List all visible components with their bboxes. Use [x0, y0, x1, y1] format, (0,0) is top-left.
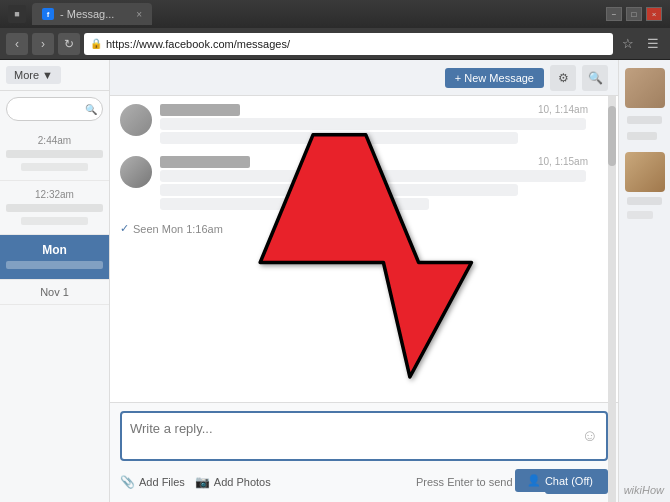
message-wrapper-1: 10, 1:14am	[120, 104, 608, 146]
close-button[interactable]: ×	[646, 7, 662, 21]
messages-main: + New Message ⚙ 🔍	[110, 60, 618, 502]
messages-topbar: + New Message ⚙ 🔍	[110, 60, 618, 96]
navigation-bar: ‹ › ↻ 🔒 https://www.facebook.com/message…	[0, 28, 670, 60]
lock-icon: 🔒	[90, 38, 102, 49]
conversation-list: 2:44am 12:32am Mon Nov 1	[0, 127, 109, 502]
facebook-content: More ▼ 🔍 2:44am 12:32am Mon	[0, 60, 670, 502]
tab-close-button[interactable]: ×	[136, 9, 142, 20]
url-text: https://www.facebook.com/messages/	[106, 38, 290, 50]
emoji-icon[interactable]: ☺	[582, 427, 598, 445]
back-button[interactable]: ‹	[6, 33, 28, 55]
window-controls: − □ ×	[606, 7, 662, 21]
paperclip-icon: 📎	[120, 475, 135, 489]
star-button[interactable]: ☆	[617, 33, 639, 55]
menu-button[interactable]: ☰	[642, 33, 664, 55]
reply-input[interactable]	[130, 421, 582, 451]
message-list: 10, 1:14am 10, 1:15am	[110, 96, 618, 402]
scrollbar-track	[608, 96, 616, 502]
camera-icon: 📷	[195, 475, 210, 489]
reply-input-wrapper: ☺	[120, 411, 608, 461]
address-bar[interactable]: 🔒 https://www.facebook.com/messages/	[84, 33, 613, 55]
conv-time-2: 12:32am	[6, 189, 103, 200]
chat-label: Chat (Off)	[545, 475, 593, 487]
search-messages-icon: 🔍	[588, 71, 603, 85]
browser-tab[interactable]: f - Messag... ×	[32, 3, 152, 25]
sender-name-2	[160, 156, 250, 168]
right-panel-top	[619, 60, 670, 148]
add-files-button[interactable]: 📎 Add Files	[120, 475, 185, 489]
avatar-1	[120, 104, 152, 136]
seen-indicator: ✓ Seen Mon 1:16am	[120, 220, 608, 239]
sidebar-top: More ▼	[0, 60, 109, 91]
browser-window: ■ f - Messag... × − □ × ‹ › ↻ 🔒 https://…	[0, 0, 670, 502]
add-files-label: Add Files	[139, 476, 185, 488]
search-icon: 🔍	[85, 104, 97, 115]
search-messages-button[interactable]: 🔍	[582, 65, 608, 91]
new-message-label: + New Message	[455, 72, 534, 84]
nav-right-buttons: ☆ ☰	[617, 33, 664, 55]
chat-icon: 👤	[527, 474, 541, 487]
app-icon: ■	[8, 5, 26, 23]
refresh-button[interactable]: ↻	[58, 33, 80, 55]
conversation-item-2[interactable]: 12:32am	[0, 181, 109, 235]
message-wrapper-2: 10, 1:15am	[120, 156, 608, 212]
maximize-button[interactable]: □	[626, 7, 642, 21]
conversation-item-1[interactable]: 2:44am	[0, 127, 109, 181]
search-box: 🔍	[6, 97, 103, 121]
new-message-button[interactable]: + New Message	[445, 68, 544, 88]
forward-button[interactable]: ›	[32, 33, 54, 55]
msg-line-2-3	[160, 198, 429, 210]
more-button[interactable]: More ▼	[6, 66, 61, 84]
conversation-item-3[interactable]: Mon	[0, 235, 109, 280]
sender-name-1	[160, 104, 240, 116]
chat-off-button[interactable]: 👤 Chat (Off)	[515, 469, 605, 492]
right-avatar-1	[625, 68, 665, 108]
add-photos-label: Add Photos	[214, 476, 271, 488]
conv-time-3: Mon	[6, 243, 103, 257]
right-text-2	[627, 132, 657, 140]
msg-line-1-1	[160, 118, 586, 130]
fb-sidebar: More ▼ 🔍 2:44am 12:32am Mon	[0, 60, 110, 502]
tab-favicon: f	[42, 8, 54, 20]
seen-check-icon: ✓	[120, 222, 129, 235]
msg-line-2-1	[160, 170, 586, 182]
press-enter-text: Press Enter to send	[416, 476, 513, 488]
conv-time-1: 2:44am	[6, 135, 103, 146]
tab-title: - Messag...	[60, 8, 114, 20]
add-photos-button[interactable]: 📷 Add Photos	[195, 475, 271, 489]
right-panel	[618, 60, 670, 502]
scrollbar-thumb[interactable]	[608, 106, 616, 166]
wikihow-text: wikiHow	[624, 484, 664, 496]
wikihow-watermark: wikiHow	[624, 484, 664, 496]
msg-line-2-2	[160, 184, 518, 196]
settings-icon: ⚙	[558, 71, 569, 85]
avatar-2	[120, 156, 152, 188]
msg-line-1-2	[160, 132, 518, 144]
press-enter-label: Press Enter to send	[416, 476, 529, 488]
seen-text: Seen Mon 1:16am	[133, 223, 223, 235]
settings-icon-button[interactable]: ⚙	[550, 65, 576, 91]
msg-timestamp-1: 10, 1:14am	[538, 104, 588, 115]
minimize-button[interactable]: −	[606, 7, 622, 21]
conv-label-4: Nov 1	[40, 286, 69, 298]
right-text-1	[627, 116, 662, 124]
conversation-item-4[interactable]: Nov 1	[0, 280, 109, 305]
title-bar: ■ f - Messag... × − □ ×	[0, 0, 670, 28]
msg-timestamp-2: 10, 1:15am	[538, 156, 588, 167]
